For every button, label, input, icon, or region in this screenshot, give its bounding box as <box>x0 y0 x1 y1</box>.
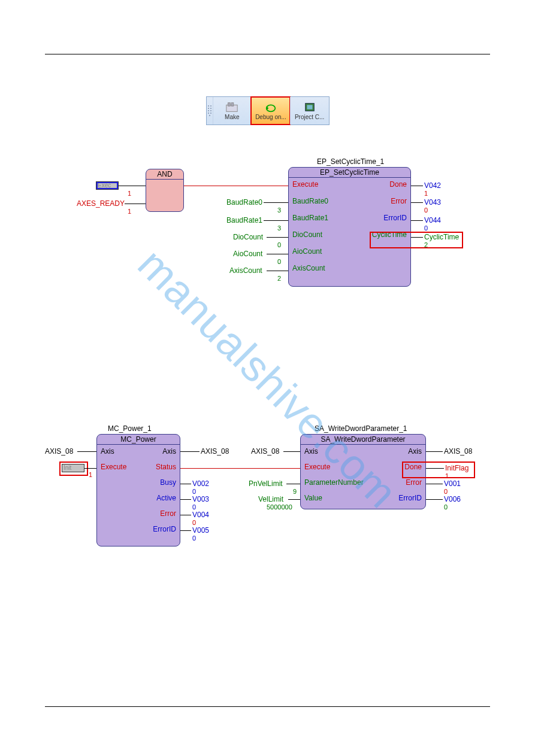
wire <box>77 451 96 452</box>
v001-val: 0 <box>444 488 448 495</box>
debug-label: Debug on... <box>255 114 286 120</box>
wire <box>264 202 288 203</box>
initflag-highlight <box>402 462 475 478</box>
page-content: Make Debug on... Project C... Exec 1 AXE… <box>45 54 490 706</box>
power-instance: MC_Power_1 <box>108 424 152 433</box>
wire <box>184 186 288 186</box>
ext-baud0: BaudRate0 <box>226 198 262 207</box>
power-out-active: Active <box>156 493 176 503</box>
wire <box>426 484 443 484</box>
projectc-button[interactable]: Project C... <box>290 97 329 125</box>
wire <box>180 530 191 531</box>
wire <box>119 186 146 186</box>
wire <box>264 220 288 221</box>
cyclic-in-axisc: AxisCount <box>292 263 325 274</box>
cyclic-title: EP_SetCyclicTime <box>289 168 410 178</box>
exec-chip-label: Exec <box>98 182 111 189</box>
make-label: Make <box>225 114 239 120</box>
wire <box>411 202 423 203</box>
projectc-icon <box>303 101 316 113</box>
ext-aio: AioCount <box>233 250 262 258</box>
power-block: MC_Power AxisAxis ExecuteStatus Busy Act… <box>96 434 180 546</box>
axes-ready-val: 1 <box>128 208 131 215</box>
vellim-label: VelLimit <box>258 495 283 503</box>
out-v042-val: 1 <box>424 190 428 197</box>
wire <box>267 237 288 238</box>
cyclic-in-dio: DioCount <box>292 229 322 240</box>
write-in-value: Value <box>304 493 322 503</box>
ext-axis: AxisCount <box>229 266 262 275</box>
out-v042: V042 <box>424 181 441 190</box>
ext-axis-val: 2 <box>277 275 281 282</box>
axis08-right: AXIS_08 <box>201 447 229 456</box>
cyclic-highlight <box>370 232 463 248</box>
write-in-execute: Execute <box>304 462 330 472</box>
v003-val: 0 <box>192 503 196 511</box>
wire <box>426 499 443 500</box>
cyclic-out-error: Error <box>391 196 407 207</box>
debug-button[interactable]: Debug on... <box>251 97 290 125</box>
wire <box>125 204 146 204</box>
v005-val: 0 <box>192 535 196 542</box>
power-out-axis: Axis <box>162 446 176 457</box>
pnvel-val: 9 <box>293 488 297 495</box>
out-v043: V043 <box>424 198 441 207</box>
wire <box>180 499 191 500</box>
vellim-val: 5000000 <box>267 503 292 511</box>
wire <box>283 451 300 452</box>
v004: V004 <box>192 511 209 519</box>
power-in-execute: Execute <box>101 462 126 472</box>
axis08-left2: AXIS_08 <box>251 447 279 456</box>
exec-chip[interactable]: Exec <box>96 181 119 190</box>
v006: V006 <box>444 495 461 503</box>
cyclic-in-baud0: BaudRate0 <box>292 196 328 207</box>
and-block: AND <box>146 169 184 212</box>
diagram-power-write: MC_Power_1 MC_Power AxisAxis ExecuteStat… <box>45 424 490 562</box>
out-v044-val: 0 <box>424 224 428 232</box>
power-out-busy: Busy <box>160 477 176 488</box>
axis08-left: AXIS_08 <box>45 447 73 456</box>
wire <box>84 468 96 469</box>
v005: V005 <box>192 526 209 535</box>
v002: V002 <box>192 479 209 488</box>
write-title: SA_WriteDwordParameter <box>301 435 425 445</box>
svg-rect-5 <box>307 105 312 109</box>
ext-baud1: BaudRate1 <box>226 216 262 224</box>
cyclic-instance: EP_SetCyclicTime_1 <box>317 157 384 166</box>
svg-rect-2 <box>231 103 234 107</box>
power-out-errorid: ErrorID <box>153 524 176 535</box>
and-title: AND <box>146 169 183 180</box>
write-out-error: Error <box>406 477 422 488</box>
ext-aio-val: 0 <box>277 258 281 265</box>
cyclic-block: EP_SetCyclicTime ExecuteDone BaudRate0Er… <box>288 167 411 287</box>
wire <box>288 499 300 500</box>
out-v043-val: 0 <box>424 207 428 214</box>
v003: V003 <box>192 495 209 503</box>
cyclic-in-execute: Execute <box>292 179 318 190</box>
init-highlight <box>59 462 88 476</box>
ext-dio: DioCount <box>233 233 263 241</box>
exec-val: 1 <box>128 190 131 197</box>
make-icon <box>225 101 238 113</box>
v006-val: 0 <box>444 503 448 511</box>
power-in-axis: Axis <box>101 446 114 457</box>
make-button[interactable]: Make <box>213 97 252 125</box>
wire <box>267 254 288 254</box>
wire <box>180 515 191 515</box>
cyclic-in-baud1: BaudRate1 <box>292 212 328 223</box>
wire <box>180 468 300 469</box>
v001: V001 <box>444 479 461 488</box>
init-val: 1 <box>89 471 92 478</box>
svg-rect-1 <box>228 103 231 107</box>
debug-icon <box>264 101 277 113</box>
toolbar: Make Debug on... Project C... <box>206 96 330 125</box>
power-out-status: Status <box>156 462 176 472</box>
footer-divider <box>45 706 490 707</box>
ext-baud1-val: 3 <box>277 224 281 232</box>
out-v044: V044 <box>424 216 441 224</box>
power-out-error: Error <box>160 508 176 519</box>
wire <box>426 451 443 452</box>
v002-val: 0 <box>192 488 196 495</box>
cyclic-out-errorid: ErrorID <box>383 212 407 223</box>
wire <box>180 484 191 484</box>
